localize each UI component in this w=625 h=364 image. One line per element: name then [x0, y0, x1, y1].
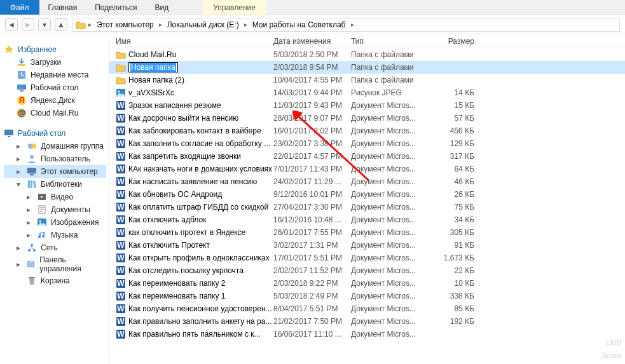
file-menu[interactable]: Файл: [0, 0, 39, 15]
nav-tree-item[interactable]: ▸ Пользователь: [4, 152, 106, 165]
nav-tree-item[interactable]: ▸ Панель управления: [4, 254, 106, 274]
word-icon: [116, 278, 126, 288]
nav-tree-item[interactable]: ▸ Этот компьютер: [4, 165, 106, 178]
nav-back-button[interactable]: ◄: [5, 18, 18, 31]
file-row[interactable]: Как переименовать папку 2 2/03/2018 9:22…: [109, 277, 625, 290]
file-type: Документ Micros...: [351, 228, 425, 237]
file-row[interactable]: Как запретить входящие звонки 22/01/2017…: [109, 150, 625, 163]
tree-toggle-icon[interactable]: ▸: [27, 218, 33, 227]
nav-up-button[interactable]: ▲: [55, 18, 67, 31]
file-name: Как открыть профиль в одноклассниках: [128, 253, 270, 262]
file-row[interactable]: Как заполнить согласие на обработку ... …: [109, 137, 625, 150]
file-row[interactable]: Как правильно заполнить анкету на ра... …: [109, 315, 625, 328]
chevron-right-icon[interactable]: ▸: [159, 21, 162, 28]
chevron-right-icon[interactable]: ▸: [351, 21, 354, 28]
chevron-right-icon[interactable]: ▸: [88, 21, 92, 28]
column-date[interactable]: Дата изменения: [273, 37, 351, 46]
file-row[interactable]: КАк накачать ноги в домашних условиях 7/…: [109, 163, 625, 175]
file-date: 7/01/2017 11:43 PM: [273, 165, 351, 173]
file-row[interactable]: Новая папка (2) 10/04/2017 4:55 PM Папка…: [109, 74, 625, 86]
nav-favorite-item[interactable]: Недавние места: [4, 69, 106, 81]
nav-favorite-item[interactable]: Загрузки: [4, 56, 106, 69]
tree-toggle-icon[interactable]: ▸: [17, 154, 23, 163]
rename-input[interactable]: Новая папка: [128, 62, 178, 72]
file-name: Как отключить адблок: [128, 215, 206, 224]
file-row[interactable]: Как заблокировать контакт в вайбере 16/0…: [109, 125, 625, 137]
tree-toggle-icon[interactable]: ▸: [17, 243, 23, 252]
file-name: Как правильно пять паяльником с к...: [128, 330, 261, 339]
word-icon: [116, 291, 126, 301]
tree-toggle-icon[interactable]: ▸: [17, 142, 23, 151]
nav-tree-item[interactable]: ▸ Видео: [4, 191, 106, 203]
tree-toggle-icon[interactable]: ▸: [27, 192, 33, 201]
nav-tree-item[interactable]: ▸ Изображения: [4, 216, 106, 229]
file-row[interactable]: Как отключить адблок 16/12/2016 10:48 ..…: [109, 213, 625, 226]
file-row[interactable]: v_aVXSlSrXc 14/03/2017 9:44 PM Рисунок J…: [109, 86, 625, 99]
tab-view[interactable]: Вид: [146, 0, 177, 15]
tree-toggle-icon[interactable]: ▸: [27, 205, 33, 214]
desktop-header[interactable]: Рабочий стол: [4, 128, 106, 138]
nav-tree-item[interactable]: ▸ Сеть: [4, 241, 106, 254]
homegroup-icon: [27, 141, 37, 151]
tab-manage[interactable]: Управление: [203, 0, 266, 15]
column-type[interactable]: Тип: [351, 37, 425, 46]
nav-favorite-item[interactable]: Cloud Mail.Ru: [4, 107, 106, 119]
file-row[interactable]: Как отключить Протект 3/02/2017 1:31 PM …: [109, 239, 625, 252]
tab-home[interactable]: Главная: [39, 0, 86, 15]
file-type: Папка с файлами: [351, 76, 425, 84]
tree-toggle-icon[interactable]: ▸: [27, 231, 33, 239]
file-type: Документ Micros...: [351, 317, 425, 326]
nav-favorite-item[interactable]: Яндекс.Диск: [4, 94, 106, 107]
file-row[interactable]: Как досрочно выйти на пенсию 28/03/2017 …: [109, 112, 625, 125]
breadcrumb-bar[interactable]: ▸ Этот компьютер ▸ Локальный диск (E:) ▸…: [72, 18, 620, 32]
file-name: КАк накачать ноги в домашних условиях: [128, 165, 272, 173]
file-row[interactable]: Как получить пенсионное удостоверен... 8…: [109, 302, 625, 315]
column-size[interactable]: Размер: [425, 37, 474, 46]
file-row[interactable]: Cloud Mail.Ru 5/03/2018 2:50 PM Папка с …: [109, 48, 625, 61]
tree-toggle-icon[interactable]: ▾: [17, 180, 23, 189]
crumb-drive-e[interactable]: Локальный диск (E:): [165, 20, 242, 29]
file-type: Рисунок JPEG: [351, 88, 425, 97]
nav-tree-item[interactable]: ▸ Музыка: [4, 229, 106, 241]
nav-history-dropdown[interactable]: ▾: [38, 18, 51, 31]
file-size: 456 КБ: [425, 126, 474, 135]
nav-forward-button[interactable]: ►: [22, 18, 34, 31]
file-row[interactable]: Как переименовать папку 1 5/03/2018 2:49…: [109, 290, 625, 302]
file-row[interactable]: Как отследить посылку укрпочта 2/02/2017…: [109, 264, 625, 277]
file-size: 14 КБ: [425, 88, 474, 97]
word-icon: [116, 316, 126, 327]
bin-icon: [27, 276, 37, 286]
file-date: 11/03/2017 9:43 PM: [273, 101, 351, 110]
nav-tree-item[interactable]: ▾ Библиотеки: [4, 178, 106, 191]
file-type: Документ Micros...: [351, 241, 425, 250]
file-row[interactable]: как отключить протект в Яндексе 26/01/20…: [109, 226, 625, 239]
nav-tree-item[interactable]: ▸ Домашняя группа: [4, 140, 106, 152]
file-row[interactable]: Новая папка 2/03/2018 9:54 PM Папка с фа…: [109, 61, 625, 74]
file-name: Как обновить ОС Андроид: [128, 190, 222, 199]
favorites-header[interactable]: Избранное: [4, 44, 106, 55]
nav-item-label: Панель управления: [39, 255, 105, 273]
file-row[interactable]: Как открыть профиль в одноклассниках 17/…: [109, 252, 625, 264]
nav-tree-item[interactable]: Корзина: [4, 274, 106, 287]
tree-toggle-icon[interactable]: ▸: [17, 167, 23, 176]
file-date: 2/03/2018 9:54 PM: [273, 63, 351, 72]
file-type: Документ Micros...: [351, 177, 425, 186]
chevron-right-icon[interactable]: ▸: [244, 21, 247, 28]
file-type: Документ Micros...: [351, 101, 425, 110]
crumb-current-folder[interactable]: Мои работы на Советклаб: [250, 20, 348, 29]
file-row[interactable]: Как оплатить штраф ГИБДД со скидкой 27/0…: [109, 201, 625, 213]
docs-icon: [37, 205, 47, 215]
crumb-this-pc[interactable]: Этот компьютер: [94, 20, 156, 29]
word-icon: [116, 138, 126, 149]
tab-share[interactable]: Поделиться: [86, 0, 146, 15]
file-type: Документ Micros...: [351, 126, 425, 135]
file-row[interactable]: Как обновить ОС Андроид 9/12/2016 10:01 …: [109, 188, 625, 201]
column-name[interactable]: Имя: [116, 37, 273, 46]
file-row[interactable]: Зразок написання резюме 11/03/2017 9:43 …: [109, 99, 625, 112]
tree-toggle-icon[interactable]: ▸: [17, 260, 22, 269]
file-name: Как правильно заполнить анкету на ра...: [128, 317, 271, 326]
nav-tree-item[interactable]: ▸ Документы: [4, 203, 106, 216]
nav-favorite-item[interactable]: Рабочий стол: [4, 81, 106, 94]
file-row[interactable]: Как правильно пять паяльником с к... 16/…: [109, 328, 625, 340]
file-row[interactable]: Как насписать заявление на пенсию 24/02/…: [109, 175, 625, 188]
